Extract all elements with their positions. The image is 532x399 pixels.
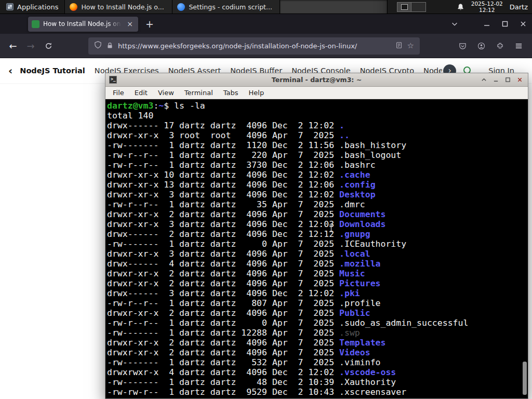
panel-status-area: 2025-12-02 12:12 Dartz	[457, 0, 532, 14]
applications-label: Applications	[17, 3, 58, 11]
terminal-line: drwx------ 3 dartz dartz 4096 Dec 2 12:0…	[107, 288, 528, 298]
terminal-text-segment: drwxr-xr-x 3 dartz dartz 4096 Dec 2 12:0…	[107, 190, 339, 200]
nav-scroll-left-icon[interactable]: ‹	[8, 65, 12, 76]
terminal-text-segment: drwxr-xr-x 2 dartz dartz 4096 Apr 7 2025	[107, 308, 339, 318]
terminal-text-segment: .mozilla	[339, 259, 380, 269]
terminal-text-segment: .pki	[339, 288, 360, 298]
terminal-scrollbar[interactable]	[522, 101, 527, 397]
terminal-text-segment: .Xauthority	[339, 377, 396, 387]
terminal-minimize-button[interactable]	[490, 75, 502, 85]
taskbar-window-title: How to Install Node.js o...	[81, 3, 164, 11]
terminal-text-segment: .sudo_as_admin_successful	[339, 318, 468, 328]
forward-button[interactable]: →	[22, 37, 39, 55]
workspace-pager[interactable]	[397, 2, 426, 12]
terminal-line: drwxrwxr-x 4 dartz dartz 4096 Dec 2 12:0…	[107, 367, 528, 377]
lock-icon[interactable]	[107, 41, 113, 51]
terminal-shade-button[interactable]	[478, 75, 490, 85]
reader-mode-icon[interactable]	[395, 41, 403, 51]
tab-close-icon[interactable]: ×	[125, 20, 135, 28]
terminal-line: drwxr-xr-x 2 dartz dartz 4096 Apr 7 2025…	[107, 209, 528, 219]
browser-tab[interactable]: How to Install Node.js on ×	[28, 17, 138, 32]
terminal-line: drwx------ 17 dartz dartz 4096 Dec 2 12:…	[107, 121, 528, 130]
site-nav-item[interactable]: NodeJS Tutorial	[20, 66, 85, 75]
terminal-text-segment: drwxr-xr-x 3 dartz dartz 4096 Dec 2 12:0…	[107, 219, 339, 229]
extensions-icon[interactable]	[491, 37, 508, 54]
terminal-text-segment: .xscreensaver	[339, 387, 406, 397]
workspace-1[interactable]	[397, 3, 411, 11]
browser-close-button[interactable]	[514, 14, 532, 34]
terminal-line: total 140	[107, 111, 528, 121]
terminal-menu-tabs[interactable]: Tabs	[218, 89, 244, 97]
terminal-close-button[interactable]	[514, 75, 526, 85]
terminal-text-segment: drwxr-xr-x 3 dartz dartz 4096 Apr 7 2025	[107, 249, 339, 259]
tab-list-chevron-icon[interactable]	[446, 14, 463, 34]
terminal-text-segment: -rw------- 1 dartz dartz 1120 Dec 2 11:5…	[107, 140, 339, 150]
browser-maximize-button[interactable]	[496, 14, 514, 34]
clock-date: 2025-12-02	[471, 1, 503, 7]
terminal-line: drwxr-xr-x 2 dartz dartz 4096 Apr 7 2025…	[107, 348, 528, 357]
scrollbar-thumb[interactable]	[523, 362, 527, 395]
terminal-line: -rw-r--r-- 1 dartz dartz 220 Apr 7 2025 …	[107, 150, 528, 160]
terminal-text-segment: -rw-r--r-- 1 dartz dartz 35 Apr 7 2025	[107, 200, 339, 209]
reload-button[interactable]	[39, 37, 57, 55]
terminal-text-segment: drwx------ 17 dartz dartz 4096 Dec 2 12:…	[107, 121, 339, 130]
user-menu[interactable]: Dartz	[510, 3, 528, 11]
terminal-text-segment: .cache	[339, 170, 370, 180]
pocket-icon[interactable]	[454, 37, 471, 54]
taskbar-window-title: Settings - codium script...	[189, 3, 272, 11]
account-icon[interactable]	[473, 37, 489, 54]
terminal-line: -rw-r--r-- 1 dartz dartz 0 Apr 7 2025 .s…	[107, 318, 528, 328]
url-bar[interactable]: https://www.geeksforgeeks.org/node-js/in…	[88, 37, 420, 55]
terminal-text-segment: -rw------- 1 dartz dartz 0 Apr 7 2025	[107, 239, 339, 249]
codium-icon	[177, 3, 185, 11]
top-panel: Applications How to Install Node.js o...…	[0, 0, 532, 14]
gfg-favicon	[32, 20, 39, 28]
terminal-menu-help[interactable]: Help	[244, 89, 270, 97]
terminal-menu-file[interactable]: File	[108, 89, 129, 97]
terminal-menu-terminal[interactable]: Terminal	[179, 89, 218, 97]
notification-bell-icon[interactable]	[457, 3, 464, 11]
terminal-text-segment: Templates	[339, 338, 385, 348]
terminal-text-segment: Videos	[339, 348, 370, 357]
terminal-line: -rw------- 1 dartz dartz 1120 Dec 2 11:5…	[107, 140, 528, 150]
terminal-text-segment: total 140	[107, 111, 153, 121]
tracking-shield-icon[interactable]	[94, 41, 102, 51]
terminal-line: drwxr-xr-x 3 dartz dartz 4096 Dec 2 12:0…	[107, 219, 528, 229]
terminal-text-segment: drwxr-xr-x 13 dartz dartz 4096 Dec 2 12:…	[107, 180, 339, 190]
clock[interactable]: 2025-12-02 12:12	[471, 1, 503, 13]
terminal-line: drwxr-xr-x 3 root root 4096 Apr 7 2025 .…	[107, 130, 528, 140]
terminal-line: drwxr-xr-x 3 dartz dartz 4096 Apr 7 2025…	[107, 249, 528, 259]
taskbar-window-button[interactable]: How to Install Node.js o...	[65, 0, 172, 14]
terminal-maximize-button[interactable]	[502, 75, 514, 85]
terminal-text-segment: -rw------- 1 dartz dartz 532 Apr 7 2025	[107, 357, 339, 367]
terminal-menu-view[interactable]: View	[153, 89, 179, 97]
terminal-window-controls	[478, 73, 526, 86]
bookmark-star-icon[interactable]: ☆	[407, 41, 414, 50]
terminal-text-segment: -rw-rw-r-- 1 dartz dartz 9529 Dec 2 10:4…	[107, 387, 339, 397]
terminal-text-segment: Public	[339, 308, 370, 318]
terminal-text-segment: drwxrwxr-x 4 dartz dartz 4096 Dec 2 12:0…	[107, 367, 339, 377]
url-text[interactable]: https://www.geeksforgeeks.org/node-js/in…	[118, 42, 391, 50]
terminal-line: drwx------ 2 dartz dartz 4096 Dec 2 12:1…	[107, 229, 528, 239]
terminal-line: drwxr-xr-x 2 dartz dartz 4096 Apr 7 2025…	[107, 278, 528, 288]
terminal-line: -rw------- 1 dartz dartz 0 Apr 7 2025 .I…	[107, 239, 528, 249]
taskbar-window-button[interactable]: Settings - codium script...	[172, 0, 280, 14]
terminal-titlebar[interactable]: Terminal - dartz@vm3: ~	[105, 73, 528, 87]
taskbar-window-button[interactable]: Terminal - dartz@vm3: ~	[280, 0, 388, 14]
terminal-text-segment: .ICEauthority	[339, 239, 406, 249]
terminal-line: -rw-r--r-- 1 dartz dartz 3730 Dec 2 12:0…	[107, 160, 528, 170]
menu-button[interactable]	[510, 37, 527, 54]
applications-menu[interactable]: Applications	[0, 0, 64, 14]
new-tab-button[interactable]: +	[142, 17, 157, 31]
terminal-text-segment: .viminfo	[339, 357, 380, 367]
terminal-line: drwxr-xr-x 2 dartz dartz 4096 Apr 7 2025…	[107, 338, 528, 348]
terminal-text-segment: -rw-r--r-- 1 dartz dartz 807 Apr 7 2025	[107, 298, 339, 308]
taskbar-windows: How to Install Node.js o...Settings - co…	[64, 0, 388, 14]
terminal-screen[interactable]: dartz@vm3:~$ ls -latotal 140drwx------ 1…	[105, 99, 528, 398]
back-button[interactable]: ←	[4, 37, 22, 55]
terminal-text-segment: $	[164, 101, 174, 111]
workspace-2[interactable]	[411, 3, 425, 11]
browser-minimize-button[interactable]	[477, 14, 496, 34]
terminal-text-segment: drwx------ 3 dartz dartz 4096 Dec 2 12:0…	[107, 288, 339, 298]
terminal-menu-edit[interactable]: Edit	[129, 89, 153, 97]
